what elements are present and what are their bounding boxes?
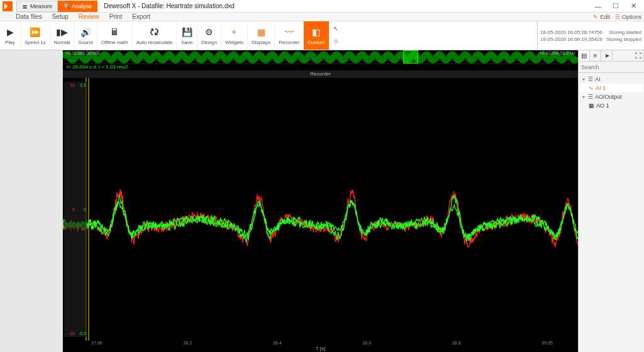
- play-icon: ▶: [4, 26, 16, 38]
- overview-strip[interactable]: +0.00.000.00.000 +0.42.094 56.0 Hz: [63, 50, 578, 64]
- window-title: Dewesoft X - Datafile: Heartrate simulat…: [104, 3, 235, 9]
- close-button[interactable]: ✕: [625, 1, 641, 12]
- yaxis-ao1[interactable]: 0.50-0.5: [75, 82, 87, 337]
- speaker-icon: ▮▶: [56, 26, 69, 38]
- options-button[interactable]: ☰Options: [615, 14, 641, 20]
- autorecalc-button[interactable]: 🗘Auto recalculate: [133, 21, 177, 50]
- options-label: Options: [622, 14, 641, 20]
- main-area: +0.00.000.00.000 +0.42.094 56.0 Hz t= 28…: [0, 50, 644, 352]
- maximize-button[interactable]: ☐: [608, 1, 624, 12]
- panel-tab-expand[interactable]: ⛶: [633, 50, 644, 61]
- file-tab-bar: Data files Setup Review Print Export ✎Ed…: [0, 13, 644, 21]
- tab-analyse-label: Analyse: [72, 3, 92, 9]
- pencil-icon: ✎: [593, 14, 598, 20]
- magnify-icon: 🔍: [64, 3, 70, 9]
- x-axis-label: T [s]: [316, 346, 325, 351]
- panel-tab-cursor[interactable]: ➤: [601, 50, 613, 61]
- edit-label: Edit: [600, 14, 610, 20]
- widgets-button[interactable]: ＋Widgets: [221, 21, 248, 50]
- displays-button[interactable]: ▦Displays: [248, 21, 275, 50]
- search-input[interactable]: [579, 63, 644, 72]
- tab-analyse[interactable]: 🔍 Analyse: [58, 1, 97, 12]
- filetab-print[interactable]: Print: [108, 12, 125, 21]
- filetab-export[interactable]: Export: [130, 12, 152, 21]
- tab-measure-label: Measure: [30, 3, 52, 9]
- xtick: 28.8: [452, 341, 461, 345]
- ribbon-side-icons: ↖ ⊹: [330, 21, 342, 50]
- channel-panel: ▤ ≡ ➤ ⛶ ▾☰ AI ∿ AI 1 ▾☰ AO/Output ▦ AO 1: [578, 50, 644, 352]
- speed-button[interactable]: ⏩Speed 1x: [21, 21, 50, 50]
- event-log: 18-05-2020 16:05:28,74756Storing started…: [537, 21, 644, 50]
- cursor-info: t= 28.694 s d: t = 1.03 ms/2: [63, 64, 578, 70]
- panel-search: [579, 62, 644, 73]
- custom-button[interactable]: ◧Custom: [304, 21, 330, 50]
- title-bar: 〓 Measure 🔍 Analyse Dewesoft X - Datafil…: [0, 0, 644, 13]
- app-logo-icon: [3, 1, 13, 11]
- sound-icon: 🔊: [79, 26, 92, 38]
- filetab-setup[interactable]: Setup: [50, 12, 70, 21]
- log-event-2: Storing stopped: [606, 36, 641, 43]
- xtick: 28.2: [183, 341, 192, 345]
- mode-tabs: 〓 Measure 🔍 Analyse: [16, 1, 97, 12]
- gauge-icon: 〓: [22, 3, 28, 9]
- filetab-review[interactable]: Review: [77, 12, 101, 21]
- x-axis: 27.96 28.2 28.4 28.6 28.8 29.05 T [s]: [63, 341, 578, 352]
- save-button[interactable]: 💾Save: [177, 21, 197, 50]
- sound-button[interactable]: 🔊Sound: [75, 21, 97, 50]
- options-row: ✎Edit ☰Options: [593, 14, 641, 20]
- filetab-datafiles[interactable]: Data files: [14, 12, 44, 21]
- wave-icon: 〰: [283, 26, 296, 38]
- chevron-down-icon: ▾: [582, 94, 585, 100]
- cursor-icon[interactable]: ↖: [331, 25, 340, 34]
- panel-tab-list[interactable]: ≡: [590, 50, 601, 61]
- edit-button[interactable]: ✎Edit: [593, 14, 610, 20]
- custom-icon: ◧: [310, 26, 323, 38]
- minimize-button[interactable]: —: [590, 1, 606, 12]
- panel-tab-channels[interactable]: ▤: [579, 50, 590, 61]
- log-time-2: 18-05-2020 16:06:19,35428: [540, 36, 602, 43]
- recorder-button[interactable]: 〰Recorder: [275, 21, 304, 50]
- design-button[interactable]: ⚙Design: [197, 21, 221, 50]
- xtick: 27.96: [91, 341, 103, 345]
- list-icon: ☰: [615, 14, 620, 20]
- overview-ts-left: +0.00.000.00.000: [65, 51, 100, 55]
- save-icon: 💾: [180, 26, 193, 38]
- channel-tree: ▾☰ AI ∿ AI 1 ▾☰ AO/Output ▦ AO 1: [579, 73, 644, 352]
- ribbon-toolbar: ▶Play ⏩Speed 1x ▮▶Normal 🔊Sound 🖩Offline…: [0, 21, 644, 50]
- file-tabs: Data files Setup Review Print Export: [14, 12, 152, 21]
- tab-measure[interactable]: 〓 Measure: [16, 1, 58, 12]
- calculator-icon: 🖩: [108, 26, 121, 38]
- tree-item-ai1[interactable]: ∿ AI 1: [580, 84, 643, 92]
- overview-wave: [63, 50, 578, 65]
- log-time-1: 18-05-2020 16:05:28,74756: [540, 29, 602, 36]
- overview-ts-right: +0.42.094 56.0 Hz: [540, 51, 575, 55]
- fastforward-icon: ⏩: [29, 26, 42, 38]
- xtick: 29.05: [541, 341, 553, 345]
- chevron-down-icon: ▾: [582, 77, 585, 82]
- tree-group-ai[interactable]: ▾☰ AI: [580, 75, 643, 84]
- xtick: 28.6: [362, 341, 371, 345]
- normal-button[interactable]: ▮▶Normal: [50, 21, 75, 50]
- plus-icon: ＋: [228, 26, 240, 38]
- gear-icon: ⚙: [203, 26, 216, 38]
- left-gutter: [0, 50, 63, 352]
- xtick: 28.4: [273, 341, 282, 345]
- overview-selection[interactable]: [403, 50, 419, 63]
- window-controls: — ☐ ✕: [590, 1, 641, 12]
- y-axes: 100-10 0.50-0.5: [64, 82, 87, 337]
- yaxis-ai1[interactable]: 100-10: [64, 82, 75, 337]
- offlinemath-button[interactable]: 🖩Offline math: [97, 21, 133, 50]
- log-event-1: Storing started: [609, 29, 641, 36]
- panel-tabs: ▤ ≡ ➤ ⛶: [579, 50, 644, 62]
- play-button[interactable]: ▶Play: [0, 21, 21, 50]
- tree-group-ao[interactable]: ▾☰ AO/Output: [580, 92, 643, 101]
- tree-item-ao1[interactable]: ▦ AO 1: [580, 101, 643, 110]
- plot-title: Recorder: [63, 70, 578, 78]
- measure-icon[interactable]: ⊹: [331, 38, 340, 47]
- grid-icon: ▦: [255, 26, 267, 38]
- refresh-icon: 🗘: [148, 26, 160, 38]
- waveform-chart[interactable]: [63, 78, 578, 341]
- plot-area: +0.00.000.00.000 +0.42.094 56.0 Hz t= 28…: [63, 50, 578, 352]
